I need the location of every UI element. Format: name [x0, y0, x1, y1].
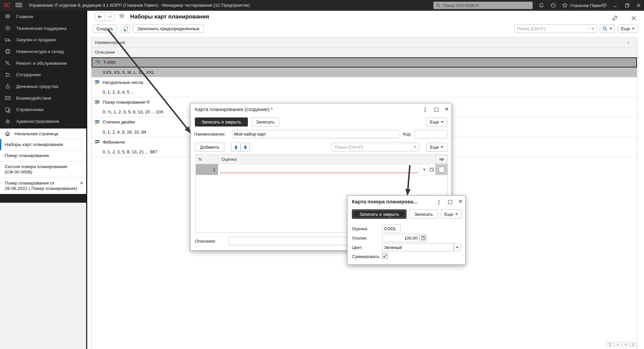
list-more-button[interactable]: Еще	[618, 24, 638, 33]
table-row-desc[interactable]: 0, 1, 2, 3, 4, 5 ...	[92, 87, 637, 97]
sidebar-item-label: Справочники	[16, 107, 44, 112]
score-field[interactable]	[382, 225, 401, 233]
fill-predefined-button[interactable]: Заполнить предопределенные	[133, 24, 204, 33]
save-button[interactable]: Записать	[409, 209, 438, 219]
sidebar-item-main[interactable]: Главное	[0, 11, 86, 22]
more-label: Еще	[430, 119, 439, 124]
favorite-toggle-star-icon[interactable]	[117, 11, 126, 20]
close-icon[interactable]: ✕	[458, 200, 463, 204]
calculator-icon	[421, 236, 426, 240]
sidebar-item-inventory[interactable]: Номенклатура и склад	[0, 46, 86, 57]
more-label: Еще	[444, 212, 453, 217]
dialog-more-button[interactable]: Еще	[441, 209, 462, 219]
score-value-cell[interactable]	[218, 164, 420, 175]
close-icon[interactable]	[636, 3, 641, 8]
row-name: Покер планирования ®	[103, 100, 150, 105]
close-icon[interactable]: ✕	[444, 107, 449, 111]
calculator-button[interactable]	[420, 234, 427, 242]
grid-header: N Оценка	[196, 155, 447, 164]
name-field[interactable]	[232, 130, 399, 138]
color-field[interactable]	[382, 243, 454, 251]
lifebuoy-icon	[5, 25, 11, 31]
sidebar-item-support[interactable]: Техническая поддержка	[0, 22, 86, 34]
visibility-column[interactable]	[435, 155, 447, 164]
sidebar-tab-poker-document[interactable]: Покер планирования от 28.06.2022 ( Покер…	[0, 178, 86, 194]
global-search-input[interactable]: Поиск Ctrl+Shift+F	[433, 2, 533, 9]
chevron-down-icon	[423, 169, 426, 170]
dialog-more-button[interactable]: Еще	[426, 117, 447, 127]
scroll-bottom-button[interactable]	[630, 342, 637, 347]
app-window: 1С Управление IT-отделом 8, редакция 3.1…	[0, 0, 644, 349]
row-flag-cell[interactable]	[435, 164, 447, 175]
search-icon	[602, 26, 607, 31]
restore-icon[interactable]	[625, 3, 630, 8]
back-button[interactable]	[95, 12, 105, 21]
user-menu-icon[interactable]	[601, 2, 607, 8]
dialog-menu-kebab-icon[interactable]	[425, 108, 426, 113]
grid-col-number[interactable]: N	[196, 155, 218, 164]
sidebar-item-purchases[interactable]: Закупки и продажи	[0, 34, 86, 46]
history-icon[interactable]	[550, 2, 556, 8]
get-link-icon[interactable]	[611, 15, 618, 21]
notifications-bell-icon[interactable]	[538, 2, 544, 8]
sidebar-item-money[interactable]: s Денежные средства	[0, 81, 86, 92]
menu-lines-icon	[5, 13, 11, 19]
sidebar-item-home[interactable]: Начальная страница	[0, 129, 86, 139]
code-field[interactable]	[415, 130, 448, 138]
summarize-checkbox-checked[interactable]	[382, 253, 388, 259]
save-close-button[interactable]: Записать и закрыть	[352, 209, 407, 219]
scroll-down-button[interactable]	[622, 342, 629, 347]
sidebar-item-repair[interactable]: Ремонт и обслуживание	[0, 57, 86, 69]
create-button[interactable]: Создать	[93, 24, 117, 33]
sidebar-tab-poker-session[interactable]: Сессия покера планирования (СФ-00 0006)	[0, 161, 86, 178]
add-row-button[interactable]: Добавить	[195, 143, 224, 152]
column-header-name[interactable]: Наименование ↓	[92, 38, 637, 48]
grid-col-score[interactable]: Оценка	[218, 155, 435, 164]
search-options-button[interactable]	[600, 24, 615, 33]
sidebar-item-interactions[interactable]: Взаимодействия	[0, 92, 86, 104]
move-down-button[interactable]	[240, 143, 250, 152]
list-search-input[interactable]: Поиск (Ctrl+F) ✕	[514, 24, 597, 33]
sidebar-item-catalogs[interactable]: Справочники	[0, 104, 86, 116]
create-new-group-button[interactable]	[121, 24, 130, 33]
checkbox-unchecked[interactable]	[439, 167, 444, 172]
close-tab-icon[interactable]: ✕	[80, 181, 84, 186]
table-row[interactable]: Натуральные числа	[92, 77, 637, 87]
row-desc: 0, ½, 1, 2, 3, 5, 8, 13, 20 ... 100	[103, 109, 163, 114]
effort-field[interactable]	[382, 234, 420, 242]
main-menu-icon[interactable]	[15, 3, 22, 8]
eye-icon	[439, 157, 444, 161]
sidebar-tab-label: Наборы карт планирования	[5, 142, 63, 147]
sidebar-item-administration[interactable]: Администрирование	[0, 115, 86, 127]
grid-row-1[interactable]: 1	[196, 164, 447, 175]
current-user[interactable]: Глазачев Павел	[570, 3, 602, 8]
cell-dropdown-button[interactable]	[420, 164, 428, 175]
grid-more-button[interactable]: Еще	[426, 143, 447, 152]
column-header-desc[interactable]: Описание	[92, 48, 637, 58]
maximize-icon[interactable]	[434, 108, 438, 112]
sidebar-item-employees[interactable]: Сотрудники	[0, 69, 86, 81]
minimize-icon[interactable]	[613, 3, 618, 8]
scroll-top-button[interactable]	[606, 342, 614, 347]
move-up-button[interactable]	[231, 143, 240, 152]
table-row-desc[interactable]: XXS, XS, S, M, L, XL, XXL	[92, 67, 637, 78]
forward-button[interactable]	[105, 12, 114, 21]
sidebar-tab-card-sets[interactable]: Наборы карт планирования	[0, 139, 86, 150]
save-button[interactable]: Записать	[251, 117, 279, 127]
dialog-menu-kebab-icon[interactable]	[438, 200, 440, 205]
color-dropdown-button[interactable]	[454, 243, 461, 251]
favorites-star-icon[interactable]	[562, 2, 568, 8]
arrow-right-icon	[107, 15, 112, 19]
clear-search-icon[interactable]: ✕	[411, 143, 419, 151]
1c-logo-icon: 1С	[3, 2, 10, 9]
scroll-up-button[interactable]	[614, 342, 622, 347]
maximize-icon[interactable]	[448, 200, 452, 204]
close-page-icon[interactable]	[631, 16, 636, 21]
open-item-button[interactable]	[428, 164, 435, 175]
sidebar-tab-planning-poker[interactable]: Покер планирования	[0, 150, 86, 161]
save-close-button[interactable]: Записать и закрыть	[195, 117, 248, 127]
list-search-placeholder: Поиск (Ctrl+F)	[515, 26, 589, 31]
clear-search-icon[interactable]: ✕	[589, 25, 596, 33]
grid-search-input[interactable]: Поиск (Ctrl+F) ✕	[332, 143, 419, 151]
table-row[interactable]: T-shirt	[92, 57, 637, 67]
